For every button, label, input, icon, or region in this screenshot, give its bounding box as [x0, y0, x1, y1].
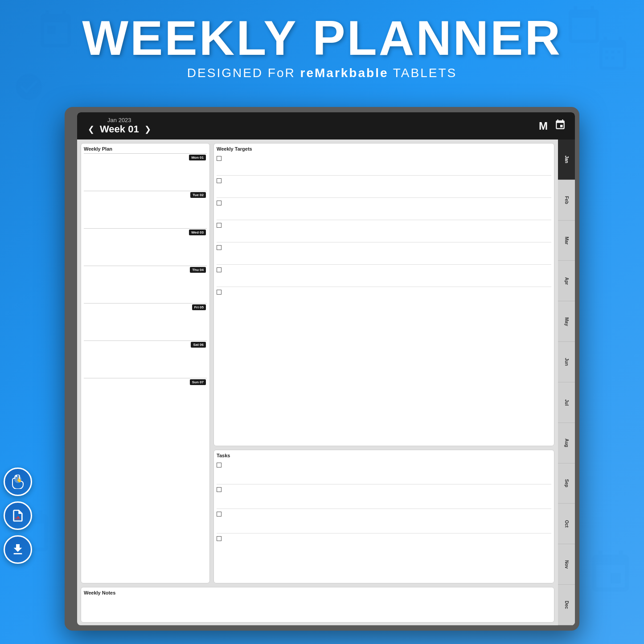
day-entry-tue: Tue 02: [84, 191, 207, 227]
target-checkbox-4[interactable]: [217, 223, 222, 228]
day-label-wed: Wed 03: [189, 230, 206, 235]
day-entry-mon: Mon 01: [84, 153, 207, 190]
page-title: WEEKLY PLANNER: [0, 13, 644, 62]
svg-text:👆: 👆: [16, 477, 22, 483]
day-label-thu: Thu 04: [190, 267, 206, 273]
task-row-3: [217, 509, 551, 533]
device-frame: Jan 2023 ❮ Week 01 ❯ M: [65, 107, 579, 631]
tasks-title: Tasks: [217, 453, 551, 458]
day-label-fri: Fri 05: [192, 304, 206, 310]
month-tab-aug[interactable]: Aug: [558, 423, 575, 464]
task-checkbox-3[interactable]: [217, 512, 222, 517]
tasks-section: Tasks: [213, 450, 554, 583]
top-row: Weekly Plan Mon 01 Tue 02 Wed 03 Thu 04: [81, 143, 554, 583]
page-header: WEEKLY PLANNER DESIGNED FoR reMarkbable …: [0, 13, 644, 80]
month-tab-may[interactable]: May: [558, 301, 575, 342]
device-screen: Jan 2023 ❮ Week 01 ❯ M: [77, 112, 575, 625]
day-entry-wed: Wed 03: [84, 228, 207, 265]
target-row-5: [217, 242, 551, 265]
month-tab-nov[interactable]: Nov: [558, 544, 575, 585]
target-checkbox-7[interactable]: [217, 290, 222, 295]
weekly-notes-section: Weekly Notes: [81, 587, 554, 623]
target-row-2: [217, 176, 551, 198]
target-row-4: [217, 220, 551, 242]
weekly-targets-title: Weekly Targets: [217, 146, 551, 152]
month-year-label: Jan 2023: [86, 117, 153, 123]
planner-content: Weekly Plan Mon 01 Tue 02 Wed 03 Thu 04: [77, 139, 558, 625]
weekly-plan-title: Weekly Plan: [84, 146, 207, 152]
planner-body: Weekly Plan Mon 01 Tue 02 Wed 03 Thu 04: [77, 139, 575, 625]
float-buttons: 👆 PDF: [4, 468, 32, 564]
day-label-mon: Mon 01: [189, 155, 206, 160]
weekly-notes-title: Weekly Notes: [84, 590, 551, 595]
month-tab-jan[interactable]: Jan: [558, 139, 575, 180]
target-row-6: [217, 265, 551, 287]
day-label-sun: Sun 07: [190, 379, 206, 385]
target-row-1: [217, 153, 551, 176]
target-checkbox-2[interactable]: [217, 178, 222, 183]
pdf-button[interactable]: PDF: [4, 501, 32, 530]
month-tab-mar[interactable]: Mar: [558, 221, 575, 261]
task-row-2: [217, 484, 551, 509]
month-tab-apr[interactable]: Apr: [558, 261, 575, 301]
month-tab-jun[interactable]: Jun: [558, 342, 575, 382]
task-checkbox-1[interactable]: [217, 463, 222, 468]
calendar-icon[interactable]: [554, 119, 566, 133]
right-column: Weekly Targets: [213, 143, 554, 583]
week-nav[interactable]: ❮ Week 01 ❯: [86, 123, 153, 135]
day-entry-fri: Fri 05: [84, 303, 207, 340]
task-checkbox-2[interactable]: [217, 487, 222, 492]
planner-nav: Jan 2023 ❮ Week 01 ❯: [86, 117, 153, 135]
target-checkbox-6[interactable]: [217, 267, 222, 272]
weekly-targets-section: Weekly Targets: [213, 143, 554, 446]
month-tab-oct[interactable]: Oct: [558, 504, 575, 544]
week-label: Week 01: [100, 123, 139, 135]
month-tab-feb[interactable]: Feb: [558, 180, 575, 221]
target-row-7: [217, 287, 551, 309]
month-tab-jul[interactable]: Jul: [558, 382, 575, 423]
target-checkbox-3[interactable]: [217, 201, 222, 205]
page-subtitle: DESIGNED FoR reMarkbable TABLETS: [0, 66, 644, 80]
month-tab-sep[interactable]: Sep: [558, 464, 575, 504]
next-week-button[interactable]: ❯: [143, 123, 153, 135]
task-row-4: [217, 533, 551, 558]
month-sidebar: Jan Feb Mar Apr May Jun Jul Aug Sep Oct …: [558, 139, 575, 625]
target-row-3: [217, 198, 551, 220]
header-icons: M: [539, 119, 566, 133]
weekly-plan-section: Weekly Plan Mon 01 Tue 02 Wed 03 Thu 04: [81, 143, 210, 583]
planner-header: Jan 2023 ❮ Week 01 ❯ M: [77, 112, 575, 139]
day-entry-thu: Thu 04: [84, 266, 207, 302]
click-button[interactable]: 👆: [4, 468, 32, 496]
day-entry-sun: Sun 07: [84, 378, 207, 414]
download-button[interactable]: [4, 535, 32, 564]
month-tab-dec[interactable]: Dec: [558, 585, 575, 625]
m-logo-icon[interactable]: M: [539, 120, 548, 132]
task-checkbox-4[interactable]: [217, 536, 222, 541]
target-checkbox-1[interactable]: [217, 156, 222, 161]
day-label-tue: Tue 02: [190, 192, 206, 198]
day-entry-sat: Sat 06: [84, 340, 207, 377]
target-checkbox-5[interactable]: [217, 245, 222, 250]
day-label-sat: Sat 06: [191, 342, 206, 348]
prev-week-button[interactable]: ❮: [86, 123, 96, 135]
task-row-1: [217, 460, 551, 484]
svg-text:PDF: PDF: [15, 517, 20, 520]
